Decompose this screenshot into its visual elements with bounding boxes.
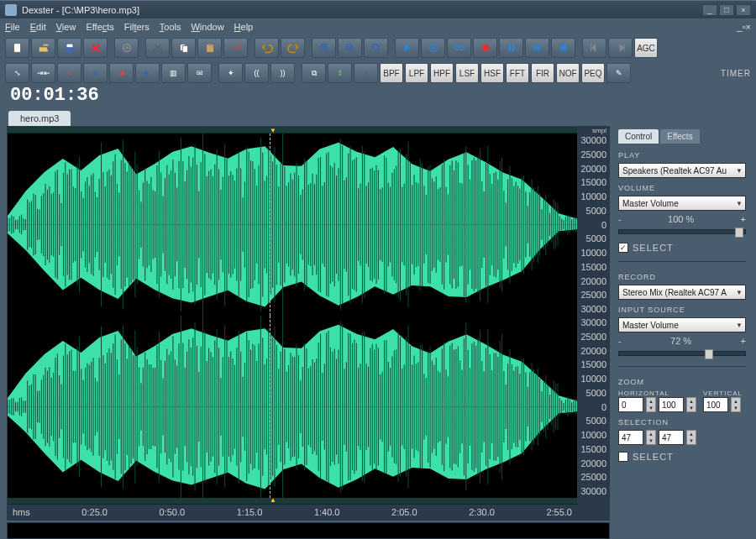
menu-edit[interactable]: Edit [30,22,46,32]
paste-button[interactable] [197,38,222,58]
minimize-button[interactable]: _ [702,4,717,16]
tab-effects[interactable]: Effects [660,129,699,144]
agc-button[interactable]: AGC [634,38,658,58]
menu-view[interactable]: View [56,22,76,32]
scale-unit: smpl [577,127,609,133]
speaker-prev-button[interactable] [582,38,606,58]
select-label-1: SELECT [633,243,674,253]
position-bar-bottom[interactable]: ▲ [8,498,577,505]
menu-help[interactable]: Help [234,22,254,32]
nof-button[interactable]: NOF [556,63,580,83]
selection-label: SELECTION [618,418,746,426]
fx-draw-icon[interactable]: ✎ [606,63,631,83]
lsf-button[interactable]: LSF [455,63,479,83]
input-slider[interactable] [618,351,746,356]
play-button[interactable] [395,38,419,58]
fft-button[interactable]: FFT [506,63,529,83]
loop-button[interactable] [447,38,471,58]
timeline[interactable]: hms0:25.00:50.01:15.01:40.02:05.02:30.02… [8,505,577,520]
fx-graph-icon[interactable]: ⧉ [302,63,326,83]
menu-effects[interactable]: Effects [86,22,113,32]
open-button[interactable] [31,38,55,58]
fx-compress-icon[interactable]: ⇥⇤ [31,63,55,83]
waveform-view[interactable]: ▼ ▲ hms0:25.00:50.01:15.01:40.02:05.02:3… [7,126,610,521]
fx-stretch-icon[interactable]: ⇕ [328,63,352,83]
select-label-2: SELECT [633,452,674,462]
zoom-full-button[interactable] [364,38,388,58]
zoom-h-start[interactable]: 0 [618,397,643,412]
stop-button[interactable] [551,38,575,58]
skip-button[interactable] [525,38,549,58]
close-button[interactable]: × [736,4,751,16]
select-checkbox-2[interactable] [618,452,628,462]
fx-fade-out-icon[interactable]: ▶ [135,63,160,83]
hsf-button[interactable]: HSF [480,63,504,83]
mix-button[interactable] [223,38,248,58]
file-tab[interactable]: hero.mp3 [8,111,71,126]
play-label: PLAY [618,151,746,160]
input-source-label: INPUT SOURCE [618,306,746,314]
select-checkbox-1[interactable]: ✓ [618,243,628,253]
fx-echo-icon[interactable]: (( [244,63,269,83]
zoom-v-value[interactable]: 100 [703,397,728,412]
menu-window[interactable]: Window [191,22,223,32]
record-device-select[interactable]: Stereo Mix (Realtek AC97 A [618,285,746,300]
selection-end-spinner[interactable]: ▲▼ [686,430,696,445]
bpf-button[interactable]: BPF [380,63,403,83]
zoom-h-end-spinner[interactable]: ▲▼ [686,397,696,412]
fx-eq-icon[interactable]: ▥ [161,63,186,83]
zoom-h-end[interactable]: 100 [659,397,684,412]
waveform-right[interactable] [8,316,577,498]
tab-control[interactable]: Control [618,129,659,144]
play-device-select[interactable]: Speakers (Realtek AC97 Au [618,163,746,178]
selection-start[interactable]: 47 [618,430,643,445]
selection-end[interactable]: 47 [659,430,684,445]
delete-button[interactable] [83,38,108,58]
redo-button[interactable] [281,38,305,58]
maximize-button[interactable]: □ [719,4,734,16]
undo-button[interactable] [255,38,279,58]
speaker-next-button[interactable] [608,38,633,58]
selection-start-spinner[interactable]: ▲▼ [646,430,656,445]
timer-label: TIMER [721,69,751,78]
svg-rect-2 [66,44,72,48]
fx-wave-blue-icon[interactable]: ≋ [83,63,108,83]
zoom-v-spinner[interactable]: ▲▼ [731,397,741,412]
menu-filters[interactable]: Filters [124,22,150,32]
zoom-h-start-spinner[interactable]: ▲▼ [646,397,656,412]
menu-tools[interactable]: Tools [160,22,181,32]
svg-rect-19 [512,44,514,52]
save-button[interactable] [57,38,81,58]
fx-note-icon[interactable]: ♪ [354,63,378,83]
play-loop-button[interactable] [421,38,445,58]
mdi-close-button[interactable]: × [746,22,751,32]
cut-button[interactable] [145,38,170,58]
settings-button[interactable] [114,38,139,58]
fx-fade-in-icon[interactable]: ◀ [109,63,134,83]
toolbar-1: AGC [0,35,756,60]
hpf-button[interactable]: HPF [430,63,454,83]
fx-sparkle-icon[interactable]: ✦ [218,63,243,83]
overview-track[interactable] [7,522,610,539]
svg-point-16 [459,45,464,50]
new-button[interactable] [5,38,29,58]
pause-button[interactable] [499,38,523,58]
record-button[interactable] [473,38,497,58]
fx-expand-icon[interactable]: ⤡ [5,63,29,83]
fir-button[interactable]: FIR [531,63,554,83]
fx-wave-red-icon[interactable]: ∿ [57,63,81,83]
volume-source-select[interactable]: Master Volume [618,196,746,211]
waveform-left[interactable] [8,133,577,316]
fx-mail-icon[interactable]: ✉ [187,63,212,83]
zoom-in-button[interactable] [312,38,336,58]
position-bar[interactable]: ▼ [8,127,577,133]
fx-reverb-icon[interactable]: )) [270,63,295,83]
lpf-button[interactable]: LPF [405,63,428,83]
volume-slider[interactable] [618,229,746,234]
app-icon [5,4,17,16]
menu-file[interactable]: File [5,22,20,32]
zoom-out-button[interactable] [338,38,362,58]
input-source-select[interactable]: Master Volume [618,317,746,332]
copy-button[interactable] [171,38,196,58]
peq-button[interactable]: PEQ [581,63,605,83]
